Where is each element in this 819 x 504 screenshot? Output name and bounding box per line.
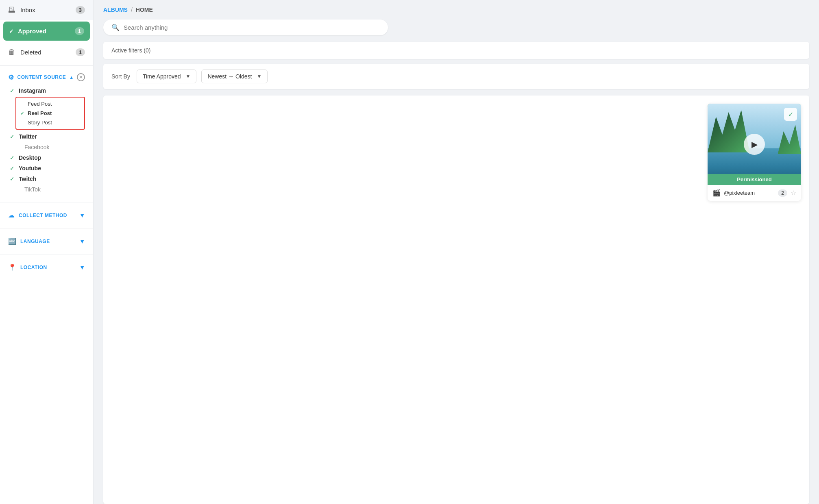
collect-method-label: COLLECT METHOD bbox=[19, 213, 75, 218]
sidebar-divider-4 bbox=[0, 254, 93, 254]
sort-field-dropdown[interactable]: Time Approved ▼ bbox=[137, 70, 197, 83]
story-post-label: Story Post bbox=[28, 119, 52, 126]
twitch-label: Twitch bbox=[19, 176, 36, 182]
sort-bar: Sort By Time Approved ▼ Newest → Oldest … bbox=[103, 64, 809, 89]
language-section[interactable]: 🔤 LANGUAGE ▼ bbox=[0, 232, 93, 251]
play-button[interactable]: ▶ bbox=[744, 134, 765, 155]
tiktok-check-icon bbox=[15, 187, 21, 193]
twitter-label: Twitter bbox=[19, 133, 37, 140]
sub-reel-post[interactable]: ✓ Reel Post bbox=[16, 109, 84, 118]
breadcrumb: ALBUMS / HOME bbox=[94, 0, 819, 16]
search-icon: 🔍 bbox=[111, 24, 120, 31]
card-check-icon[interactable]: ✓ bbox=[784, 108, 797, 121]
search-bar-container: 🔍 bbox=[94, 16, 819, 42]
source-instagram[interactable]: ✓ Instagram bbox=[8, 85, 85, 96]
youtube-label: Youtube bbox=[19, 165, 41, 172]
chevron-down-sort-field-icon: ▼ bbox=[186, 74, 191, 79]
desktop-label: Desktop bbox=[19, 154, 41, 161]
sidebar-item-inbox[interactable]: 🗳 Inbox 3 bbox=[0, 0, 93, 20]
sort-by-label: Sort By bbox=[111, 73, 130, 80]
approved-badge: 1 bbox=[75, 27, 84, 35]
card-username: @pixleeteam bbox=[724, 190, 775, 196]
desktop-check-icon: ✓ bbox=[10, 155, 15, 161]
tiktok-label: TikTok bbox=[24, 186, 41, 193]
media-grid-container: ▶ ✓ Permissioned 🎬 @pixleeteam 2 ☆ bbox=[103, 96, 809, 504]
close-filter-button[interactable]: ✕ bbox=[77, 73, 85, 81]
source-twitter[interactable]: ✓ Twitter bbox=[8, 131, 85, 142]
sidebar-divider-1 bbox=[0, 65, 93, 66]
source-youtube[interactable]: ✓ Youtube bbox=[8, 163, 85, 174]
chevron-up-icon: ▲ bbox=[69, 75, 74, 80]
content-source-label: CONTENT SOURCE bbox=[17, 74, 66, 80]
inbox-label: Inbox bbox=[20, 7, 35, 13]
sidebar-item-approved[interactable]: ✓ Approved 1 bbox=[3, 22, 90, 41]
deleted-label: Deleted bbox=[20, 49, 41, 56]
deleted-badge: 1 bbox=[76, 48, 85, 56]
card-star-icon[interactable]: ☆ bbox=[791, 189, 796, 197]
location-section[interactable]: 📍 LOCATION ▼ bbox=[0, 258, 93, 277]
sidebar-item-deleted[interactable]: 🗑 Deleted 1 bbox=[0, 42, 93, 62]
sidebar-divider-2 bbox=[0, 202, 93, 202]
content-source-title: ⚙ CONTENT SOURCE ▲ bbox=[8, 74, 74, 81]
twitter-check-icon: ✓ bbox=[10, 134, 15, 140]
card-media-type-icon: 🎬 bbox=[712, 189, 721, 197]
chevron-down-sort-order-icon: ▼ bbox=[257, 74, 261, 79]
permissioned-badge: Permissioned bbox=[708, 174, 801, 185]
source-facebook[interactable]: Facebook bbox=[8, 142, 85, 152]
youtube-check-icon: ✓ bbox=[10, 165, 15, 172]
content-source-section: ⚙ CONTENT SOURCE ▲ ✕ ✓ Instagram Feed Po… bbox=[0, 69, 93, 199]
feed-post-check-icon bbox=[20, 101, 25, 107]
instagram-label: Instagram bbox=[19, 87, 46, 94]
sub-feed-post[interactable]: Feed Post bbox=[16, 99, 84, 109]
sidebar-divider-3 bbox=[0, 228, 93, 228]
main-content: ALBUMS / HOME 🔍 Active filters (0) Sort … bbox=[94, 0, 819, 504]
media-card: ▶ ✓ Permissioned 🎬 @pixleeteam 2 ☆ bbox=[708, 104, 801, 201]
location-icon: 📍 bbox=[8, 263, 16, 271]
location-label: LOCATION bbox=[20, 265, 75, 270]
breadcrumb-separator: / bbox=[131, 7, 133, 13]
card-footer: 🎬 @pixleeteam 2 ☆ bbox=[708, 185, 801, 201]
story-post-check-icon bbox=[20, 120, 25, 126]
collect-method-icon: ☁ bbox=[8, 211, 15, 219]
collect-method-section[interactable]: ☁ COLLECT METHOD ▼ bbox=[0, 206, 93, 225]
sort-order-dropdown[interactable]: Newest → Oldest ▼ bbox=[201, 70, 268, 83]
reel-post-label: Reel Post bbox=[28, 110, 52, 116]
approved-check-icon: ✓ bbox=[9, 28, 14, 35]
sidebar: 🗳 Inbox 3 ✓ Approved 1 🗑 Deleted 1 ⚙ CON… bbox=[0, 0, 94, 504]
instagram-sub-items: Feed Post ✓ Reel Post Story Post bbox=[15, 97, 85, 130]
search-input[interactable] bbox=[124, 24, 380, 31]
chevron-down-language-icon: ▼ bbox=[79, 238, 85, 245]
active-filters-bar: Active filters (0) bbox=[103, 42, 809, 59]
sort-field-value: Time Approved bbox=[143, 73, 181, 80]
inbox-icon: 🗳 bbox=[8, 6, 15, 14]
reel-post-check-icon: ✓ bbox=[20, 111, 25, 116]
card-count: 2 bbox=[778, 189, 787, 197]
sort-order-value: Newest → Oldest bbox=[207, 73, 252, 80]
search-bar: 🔍 bbox=[103, 20, 388, 35]
breadcrumb-albums[interactable]: ALBUMS bbox=[103, 7, 128, 13]
approved-label: Approved bbox=[18, 28, 46, 35]
content-source-header: ⚙ CONTENT SOURCE ▲ ✕ bbox=[8, 73, 85, 81]
breadcrumb-home: HOME bbox=[136, 7, 153, 13]
chevron-down-location-icon: ▼ bbox=[79, 264, 85, 271]
source-desktop[interactable]: ✓ Desktop bbox=[8, 152, 85, 163]
instagram-check-icon: ✓ bbox=[10, 88, 15, 94]
facebook-check-icon bbox=[15, 144, 21, 150]
filter-icon: ⚙ bbox=[8, 74, 14, 81]
source-twitch[interactable]: ✓ Twitch bbox=[8, 174, 85, 184]
media-card-image: ▶ ✓ Permissioned bbox=[708, 104, 801, 185]
inbox-badge: 3 bbox=[76, 6, 85, 14]
deleted-icon: 🗑 bbox=[8, 48, 15, 56]
source-tiktok[interactable]: TikTok bbox=[8, 184, 85, 195]
active-filters-text: Active filters (0) bbox=[111, 47, 150, 54]
facebook-label: Facebook bbox=[24, 144, 49, 150]
media-grid: ▶ ✓ Permissioned 🎬 @pixleeteam 2 ☆ bbox=[111, 104, 801, 201]
language-icon: 🔤 bbox=[8, 237, 16, 245]
sub-story-post[interactable]: Story Post bbox=[16, 118, 84, 127]
twitch-check-icon: ✓ bbox=[10, 176, 15, 182]
chevron-down-collect-icon: ▼ bbox=[79, 212, 85, 219]
feed-post-label: Feed Post bbox=[28, 101, 52, 107]
language-label: LANGUAGE bbox=[20, 239, 75, 244]
